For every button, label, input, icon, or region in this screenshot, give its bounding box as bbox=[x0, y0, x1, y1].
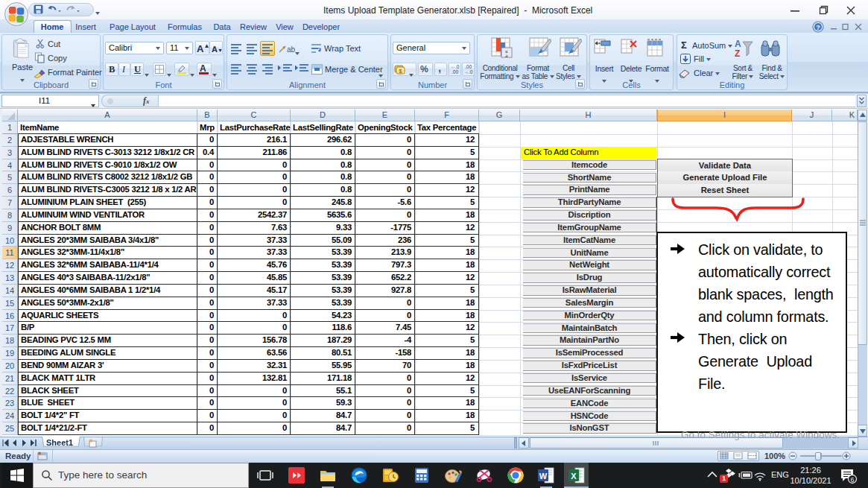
svg-text:W: W bbox=[539, 472, 548, 481]
svg-text:$: $ bbox=[399, 68, 402, 75]
svg-text:Z: Z bbox=[735, 48, 740, 59]
svg-text:ab: ab bbox=[287, 45, 296, 54]
svg-text:X: X bbox=[571, 472, 577, 481]
svg-text:6: 6 bbox=[850, 476, 854, 484]
svg-text:A: A bbox=[735, 39, 741, 49]
svg-text:?: ? bbox=[816, 24, 820, 31]
